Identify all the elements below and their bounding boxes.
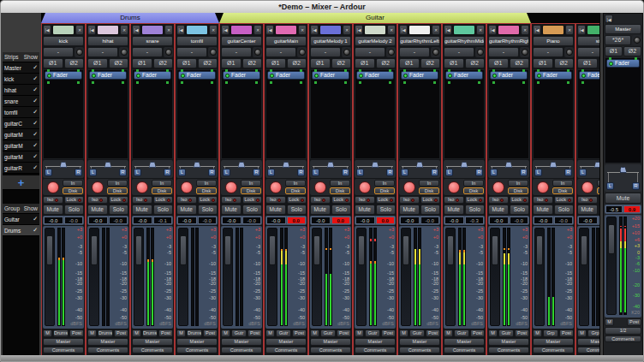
peak-display[interactable]: -0.0 [242,217,262,224]
pan-left-button[interactable]: L [534,169,542,176]
fader-slider[interactable] [45,228,55,326]
pan-right-button[interactable]: R [431,169,438,176]
peak-display[interactable]: -0.0 [510,217,529,224]
output-button[interactable]: Master [533,338,574,346]
strip-hide-icon[interactable]: ✕ [253,25,262,35]
pan-right-button[interactable]: R [386,169,394,176]
fader-processor[interactable]: Fader [45,71,82,80]
pan-handle[interactable] [461,162,468,168]
strip-name-button[interactable]: guitarMelody 1 [310,36,351,46]
mute-button[interactable]: Mute [310,205,331,215]
monitor-input-button[interactable]: In [374,180,395,187]
comments-button[interactable]: Comments [399,347,440,353]
solo-isolate-button[interactable]: Iso [533,196,553,204]
peak-display[interactable]: 0.0 [376,217,396,224]
fader-slider[interactable] [401,228,411,326]
comments-button[interactable]: Comments [488,347,529,353]
processor-box[interactable]: Fader [176,69,218,159]
pan-left-button[interactable]: L [178,169,186,176]
processor-box[interactable]: Fader [265,69,307,159]
phase-1-button[interactable]: Ø1 [533,58,553,68]
phase-2-button[interactable]: Ø2 [420,58,441,68]
pan-handle[interactable] [594,162,599,168]
pan-handle[interactable] [238,162,245,168]
meter-point-button[interactable]: Post [69,329,84,337]
checkmark-icon[interactable]: ✓ [33,164,38,171]
pan-right-button[interactable]: R [208,169,216,176]
pan-control[interactable]: L R [310,160,351,178]
strip-hide-icon[interactable]: ✕ [432,25,440,35]
fader-slider[interactable] [312,228,322,326]
monitor-disk-button[interactable]: Disk [597,187,599,194]
pan-left-button[interactable]: L [356,169,364,176]
solo-lock-button[interactable]: Lock [554,196,575,204]
solo-lock-button[interactable]: Lock [331,196,352,204]
mute-button[interactable]: Mute [533,205,553,215]
strip-color-bar[interactable] [498,25,520,35]
fader-handle[interactable] [447,235,454,265]
comments-button[interactable]: Comments [43,347,84,353]
input-button[interactable]: - [355,47,385,57]
phase-2-button[interactable]: Ø2 [623,46,641,56]
solo-isolate-button[interactable]: Iso [87,196,108,204]
solo-isolate-button[interactable]: Iso [176,196,197,204]
strip-hide-icon[interactable]: ✕ [75,25,84,35]
group-button[interactable]: Gutr [454,329,469,337]
strip-color-bar[interactable] [275,25,297,35]
mute-button[interactable]: Mute [221,205,242,215]
record-arm-button[interactable] [44,181,62,193]
metering-m-button[interactable]: M [310,329,319,337]
pan-right-button[interactable]: R [297,169,305,176]
solo-lock-button[interactable]: Lock [599,196,600,204]
trim-knob[interactable] [564,47,574,57]
output-button[interactable]: Master [577,338,599,346]
checkmark-icon[interactable]: ✓ [33,75,38,82]
fader-processor[interactable]: Fader [490,71,528,80]
checkmark-icon[interactable]: ✓ [33,86,38,93]
solo-lock-button[interactable]: Lock [420,196,441,204]
solo-lock-button[interactable]: Lock [109,196,129,204]
pan-control[interactable]: L R [444,160,485,178]
monitor-disk-button[interactable]: Disk [241,187,261,194]
record-arm-button[interactable] [311,181,329,193]
phase-1-button[interactable]: Ø1 [355,58,375,68]
pan-control[interactable]: L R [87,160,128,178]
meter-point-button[interactable]: Post [470,329,485,337]
peak-display[interactable]: -0.0 [599,217,600,224]
solo-lock-button[interactable]: Lock [510,196,530,204]
pan-control[interactable]: L R [355,160,396,178]
processor-led-icon[interactable] [314,74,319,78]
group-button[interactable]: Drums [53,329,69,337]
processor-box[interactable]: Fader [132,69,173,159]
solo-button[interactable]: Solo [198,205,218,215]
phase-1-button[interactable]: Ø1 [265,58,286,68]
processor-led-icon[interactable] [225,74,230,78]
solo-button[interactable]: Solo [153,205,174,215]
record-arm-button[interactable] [222,181,240,193]
strip-narrow-icon[interactable]: |◀ [43,25,51,35]
metering-m-button[interactable]: M [87,329,97,337]
sidebar-strip-item[interactable]: guitarM✓ [3,151,39,163]
peak-display[interactable]: -0.3 [465,217,485,224]
solo-isolate-button[interactable]: Iso [310,196,331,204]
pan-right-button[interactable]: R [342,169,349,176]
comments-button[interactable]: Comments [605,335,641,342]
solo-isolate-button[interactable]: Iso [577,196,598,204]
window-bottom-edge[interactable] [1,355,643,361]
fader-handle[interactable] [313,235,320,265]
gain-display[interactable]: -0.0 [355,217,375,224]
strip-name-button[interactable]: st [577,36,599,46]
trim-knob[interactable] [386,47,396,57]
sidebar-strip-item[interactable]: snare✓ [3,96,39,107]
fader-processor[interactable]: Fader [89,71,127,80]
solo-lock-button[interactable]: Lock [198,196,218,204]
strip-color-bar[interactable] [97,25,119,35]
sidebar-strip-item[interactable]: tomfil✓ [3,107,39,118]
meter-point-button[interactable]: Post [158,329,173,337]
peak-display[interactable]: 0.9 [623,205,641,213]
record-arm-button[interactable] [177,181,195,193]
strip-name-button[interactable]: guitarRhythmLeft [399,36,440,46]
meter-point-button[interactable]: Post [337,329,351,337]
pan-handle[interactable] [620,167,627,173]
metering-m-button[interactable]: M [43,329,52,337]
